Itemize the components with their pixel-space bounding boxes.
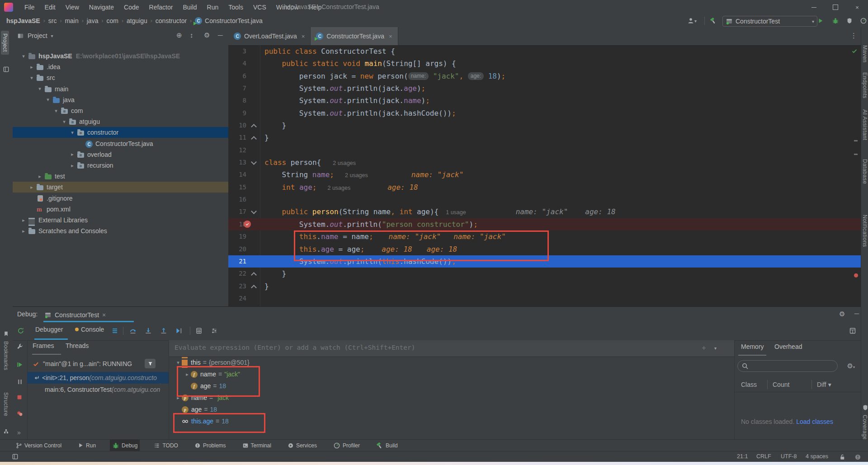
toolwindow-button-build[interactable]: Build — [374, 440, 400, 451]
step-over-icon[interactable] — [129, 327, 137, 334]
tree-item-java[interactable]: ▾java — [13, 94, 228, 105]
toolwindow-button-terminal[interactable]: Terminal — [240, 440, 274, 451]
tree-item-hspjavase[interactable]: ▾hspJavaSEE:\workplace01\javaSE\hspJavaS… — [13, 51, 228, 61]
breadcrumb-constructortest-java[interactable]: ConstructorTest.java — [205, 17, 263, 24]
layout-settings-icon[interactable] — [211, 327, 218, 334]
hide-panel-icon[interactable]: ─ — [218, 32, 223, 39]
line-ending[interactable]: CRLF — [756, 453, 771, 460]
tool-button-endpoints[interactable]: Endpoints — [862, 72, 868, 99]
code-line-8[interactable]: 8System.out.println(jack.name); — [228, 94, 861, 107]
tool-button-ai-assistant[interactable]: AI Assistant — [862, 109, 868, 141]
rerun-debug-icon[interactable] — [17, 327, 24, 334]
tree-chevron-icon[interactable]: ▾ — [45, 97, 51, 103]
tool-button-database[interactable]: Database — [862, 159, 868, 184]
menu-item-navigate[interactable]: Navigate — [84, 4, 119, 11]
code-line-14[interactable]: 14String name;2 usagesname: "jack" — [228, 169, 861, 181]
memory-column-diff[interactable]: Diff ▾ — [817, 381, 831, 388]
locate-file-icon[interactable]: ⊕ — [176, 32, 182, 39]
tree-chevron-icon[interactable]: ▾ — [28, 75, 35, 81]
inspections-ok-icon[interactable] — [851, 48, 858, 54]
tree-item-target[interactable]: ▸target — [13, 182, 228, 193]
close-icon[interactable]: × — [302, 33, 305, 40]
memory-column-count[interactable]: Count — [773, 381, 789, 388]
fold-marker-icon[interactable] — [251, 124, 257, 130]
tree-chevron-icon[interactable]: ▸ — [69, 151, 75, 157]
more-actions-icon[interactable]: » — [17, 429, 21, 436]
editor-tab-overloadtest-java[interactable]: COverLoadTest.java× — [228, 27, 311, 45]
debug-session-tab[interactable]: ConstructorTest × — [44, 309, 106, 321]
menu-item-file[interactable]: File — [19, 4, 40, 11]
thread-filter-funnel-icon[interactable] — [145, 359, 156, 368]
toolwindow-button-profiler[interactable]: Profiler — [331, 440, 362, 451]
code-line-15[interactable]: 15int age;2 usagesage: 18 — [228, 181, 861, 193]
memory-column-class[interactable]: Class — [741, 381, 757, 388]
breadcrumb-src[interactable]: src — [48, 17, 57, 24]
run-button[interactable] — [817, 14, 824, 27]
code-line-23[interactable]: 23} — [228, 280, 861, 292]
menu-item-vcs[interactable]: VCS — [248, 4, 271, 11]
debug-settings-gear-icon[interactable]: ⚙ — [839, 310, 845, 318]
encoding[interactable]: UTF-8 — [781, 453, 797, 460]
memory-settings-gear-icon[interactable]: ⚙▾ — [847, 362, 855, 370]
tree-item-recursion[interactable]: ▸recursion — [13, 160, 228, 171]
show-execution-point-icon[interactable] — [111, 327, 118, 334]
tool-button-project[interactable]: Project — [1, 31, 9, 55]
tree-item-constructortest-java[interactable]: CConstructorTest.java — [13, 138, 228, 149]
build-hammer-icon[interactable] — [710, 14, 717, 27]
evaluate-expression-icon[interactable] — [195, 327, 203, 334]
coverage-button[interactable] — [846, 14, 853, 27]
tool-button-maven[interactable]: Maven — [862, 45, 868, 63]
tree-item-src[interactable]: ▾src — [13, 72, 228, 83]
stripe-breakpoint-mark[interactable] — [854, 273, 858, 277]
resume-program-icon[interactable] — [16, 361, 24, 368]
tree-chevron-icon[interactable]: ▸ — [28, 64, 35, 70]
frame-row-1[interactable]: main:6, ConstructorTest (com.atguigu.con — [27, 384, 169, 395]
frames-tab-frames[interactable]: Frames — [33, 342, 54, 349]
tree-item-atguigu[interactable]: ▾atguigu — [13, 116, 228, 127]
toolwindow-button-problems[interactable]: Problems — [192, 440, 228, 451]
user-account-icon[interactable]: ▾ — [687, 14, 697, 27]
frame-row-0[interactable]: <init>:21, person (com.atguigu.construct… — [27, 372, 169, 384]
menu-item-refactor[interactable]: Refactor — [144, 4, 178, 11]
breadcrumb-com[interactable]: com — [106, 17, 118, 24]
step-into-icon[interactable] — [145, 327, 152, 334]
tree-item-scratches-and-consoles[interactable]: ▸Scratches and Consoles — [13, 225, 228, 236]
tree-item-external-libraries[interactable]: ▸External Libraries — [13, 215, 228, 225]
tree-item--idea[interactable]: ▸.idea — [13, 61, 228, 72]
code-line-13[interactable]: 13class person{2 usages — [228, 156, 861, 169]
stop-process-icon[interactable] — [16, 394, 23, 400]
wrench-icon[interactable] — [16, 343, 24, 350]
view-breakpoints-icon[interactable] — [16, 410, 24, 417]
debug-tab-console[interactable]: Console — [75, 326, 104, 333]
menu-item-edit[interactable]: Edit — [40, 4, 61, 11]
tool-button-notifications[interactable]: Notifications — [862, 215, 868, 247]
tree-chevron-icon[interactable]: ▾ — [37, 86, 43, 92]
tool-button-bookmarks[interactable]: Bookmarks — [3, 341, 9, 371]
caret-position[interactable]: 21:1 — [737, 453, 748, 460]
profiler-button[interactable] — [860, 14, 867, 27]
close-icon[interactable]: × — [389, 33, 392, 40]
memory-tab-overhead[interactable]: Overhead — [774, 343, 802, 350]
stripe-mark[interactable] — [854, 154, 858, 155]
tree-chevron-icon[interactable]: ▾ — [69, 130, 75, 136]
breakpoint-icon[interactable] — [244, 221, 251, 228]
chevron-down-icon[interactable]: ▾ — [714, 346, 717, 351]
layout-widget-icon[interactable] — [12, 453, 19, 460]
tree-item--gitignore[interactable]: .gitignore — [13, 193, 228, 204]
code-line-9[interactable]: 9System.out.println(jack.hashCode()); — [228, 107, 861, 119]
menu-item-tools[interactable]: Tools — [223, 4, 248, 11]
lock-icon[interactable] — [839, 454, 846, 460]
code-line-11[interactable]: 11} — [228, 132, 861, 144]
tree-item-main[interactable]: ▾main — [13, 84, 228, 94]
code-line-16[interactable]: 16 — [228, 193, 861, 206]
project-panel-header[interactable]: Project ▾ ⊕ ↕ ⚙ ─ — [13, 27, 228, 44]
editor-tab-constructortest-java[interactable]: CConstructorTest.java× — [311, 27, 398, 45]
breadcrumb-constructor[interactable]: constructor — [156, 17, 187, 24]
toolwindow-button-version-control[interactable]: Version Control — [14, 440, 64, 451]
code-line-12[interactable]: 12 — [228, 144, 861, 156]
breadcrumb-main[interactable]: main — [65, 17, 78, 24]
panel-settings-gear-icon[interactable]: ⚙ — [204, 32, 210, 39]
fold-marker-icon[interactable] — [251, 159, 257, 165]
run-configuration-select[interactable]: ConstructorTest ▾ — [722, 16, 817, 27]
step-out-icon[interactable] — [160, 327, 167, 334]
